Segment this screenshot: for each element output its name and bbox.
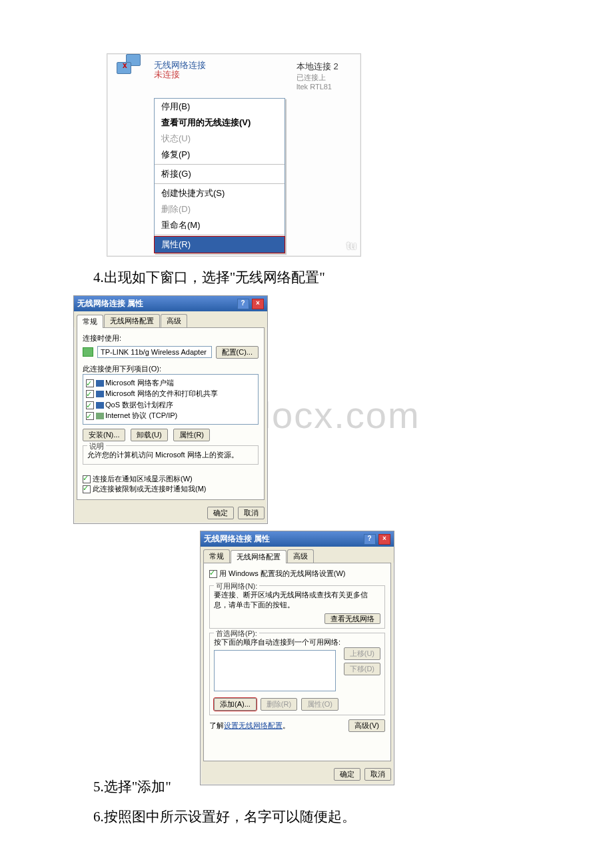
move-down-button: 下移(D) — [344, 663, 380, 675]
available-label: 可用网络(N): — [214, 581, 259, 591]
titlebar-buttons: ? × — [237, 298, 264, 309]
item-client[interactable]: Microsoft 网络客户端 — [86, 377, 255, 389]
item-qos[interactable]: QoS 数据包计划程序 — [86, 399, 255, 411]
titlebar-buttons: ? × — [363, 533, 390, 545]
adapter-name: TP-LINK 11b/g Wireless Adapter — [97, 346, 212, 358]
ok-button[interactable]: 确定 — [207, 507, 234, 519]
screenshot-context-menu: x 无线网络连接 未连接 本地连接 2 已连接上 ltek RTL81 停用(B… — [107, 53, 361, 257]
tab-general[interactable]: 常规 — [77, 315, 103, 328]
tab-wireless[interactable]: 无线网络配置 — [104, 314, 160, 327]
tab-strip: 常规 无线网络配置 高级 — [74, 311, 267, 327]
preferred-listbox[interactable] — [214, 650, 336, 691]
menu-shortcut[interactable]: 创建快捷方式(S) — [155, 185, 285, 201]
advanced-button[interactable]: 高级(V) — [348, 719, 385, 732]
description-group: 说明 允许您的计算机访问 Microsoft 网络上的资源。 — [83, 445, 259, 465]
tab-strip: 常规 无线网络配置 高级 — [201, 547, 394, 563]
adapter-icon — [83, 347, 93, 357]
window-title: 无线网络连接 属性 — [204, 533, 270, 545]
menu-separator — [155, 183, 285, 184]
document-page: x 无线网络连接 未连接 本地连接 2 已连接上 ltek RTL81 停用(B… — [0, 0, 613, 868]
available-desc: 要连接、断开区域内无线网络或查找有关更多信息，请单击下面的按钮。 — [214, 590, 380, 610]
move-up-button: 上移(U) — [344, 647, 380, 660]
preferred-label: 首选网络(P): — [214, 629, 259, 639]
network-icon: x — [107, 54, 157, 77]
notify-limited-checkbox[interactable]: 此连接被限制或无连接时通知我(M) — [83, 484, 259, 494]
help-button[interactable]: ? — [364, 534, 376, 545]
menu-separator — [155, 235, 285, 235]
tab-advanced[interactable]: 高级 — [161, 314, 187, 327]
cancel-button[interactable]: 取消 — [238, 507, 265, 519]
titlebar: 无线网络连接 属性 ? × — [74, 296, 267, 311]
dialog-buttons: 确定 取消 — [74, 503, 267, 523]
uninstall-button[interactable]: 卸载(U) — [131, 429, 167, 441]
close-button[interactable]: × — [378, 534, 390, 545]
menu-delete: 删除(D) — [155, 201, 285, 217]
right-conn-status: 已连接上 — [297, 73, 356, 83]
view-networks-button[interactable]: 查看无线网络 — [324, 613, 380, 624]
window-title: 无线网络连接 属性 — [77, 298, 143, 309]
menu-separator — [155, 164, 285, 165]
notify-icon-checkbox[interactable]: 连接后在通知区域显示图标(W) — [83, 474, 259, 484]
step-4-text: 4.出现如下窗口，选择"无线网络配置" — [93, 267, 546, 289]
screenshot-properties-wireless: 无线网络连接 属性 ? × 常规 无线网络配置 高级 用 Windows 配置我… — [200, 531, 394, 785]
right-conn-adapter: ltek RTL81 — [297, 83, 356, 91]
item-properties-button[interactable]: 属性(R) — [173, 429, 210, 441]
menu-view-available[interactable]: 查看可用的无线连接(V) — [155, 115, 285, 131]
close-button[interactable]: × — [252, 299, 264, 309]
screenshot-properties-general: 无线网络连接 属性 ? × 常规 无线网络配置 高级 连接时使用: TP-LIN… — [73, 295, 268, 524]
titlebar: 无线网络连接 属性 ? × — [201, 531, 394, 547]
preferred-desc: 按下面的顺序自动连接到一个可用网络: — [214, 637, 380, 647]
connection-name: 无线网络连接 — [154, 61, 206, 70]
tab-advanced[interactable]: 高级 — [287, 549, 314, 563]
context-menu: 停用(B) 查看可用的无线连接(V) 状态(U) 修复(P) 桥接(G) 创建快… — [154, 98, 285, 253]
remove-button: 删除(R) — [261, 698, 297, 711]
ok-button[interactable]: 确定 — [334, 768, 360, 781]
menu-rename[interactable]: 重命名(M) — [155, 217, 285, 233]
uses-items-label: 此连接使用下列项目(O): — [83, 364, 259, 374]
watermark-tu: tu — [346, 240, 356, 252]
dialog-body: 连接时使用: TP-LINK 11b/g Wireless Adapter 配置… — [77, 327, 265, 500]
use-windows-checkbox[interactable]: 用 Windows 配置我的无线网络设置(W) — [209, 569, 385, 579]
cancel-button[interactable]: 取消 — [364, 768, 391, 781]
connect-using-label: 连接时使用: — [83, 333, 259, 343]
menu-disable[interactable]: 停用(B) — [155, 99, 285, 115]
item-tcpip[interactable]: Internet 协议 (TCP/IP) — [86, 410, 255, 421]
connection-labels: 无线网络连接 未连接 — [154, 61, 206, 80]
learn-link-line: 了解设置无线网络配置。 — [209, 721, 290, 731]
configure-button[interactable]: 配置(C)... — [216, 346, 259, 359]
install-button[interactable]: 安装(N)... — [83, 429, 125, 441]
menu-repair[interactable]: 修复(P) — [155, 147, 285, 163]
tab-general[interactable]: 常规 — [203, 549, 230, 563]
menu-bridge[interactable]: 桥接(G) — [155, 166, 285, 182]
properties-button: 属性(O) — [301, 698, 338, 711]
dialog-body: 用 Windows 配置我的无线网络设置(W) 可用网络(N): 要连接、断开区… — [203, 563, 391, 761]
menu-status: 状态(U) — [155, 131, 285, 147]
connection-status: 未连接 — [154, 70, 206, 79]
description-label: 说明 — [87, 441, 106, 451]
add-button[interactable]: 添加(A)... — [214, 698, 257, 711]
item-fileshare[interactable]: Microsoft 网络的文件和打印机共享 — [86, 388, 255, 399]
dialog-buttons: 确定 取消 — [201, 764, 394, 785]
help-button[interactable]: ? — [237, 299, 249, 309]
right-connection-info: 本地连接 2 已连接上 ltek RTL81 — [297, 61, 356, 91]
step-6-text: 6.按照图中所示设置好，名字可以随便起。 — [93, 807, 546, 828]
tab-wireless[interactable]: 无线网络配置 — [231, 550, 287, 563]
available-networks-group: 可用网络(N): 要连接、断开区域内无线网络或查找有关更多信息，请单击下面的按钮… — [209, 585, 385, 629]
description-text: 允许您的计算机访问 Microsoft 网络上的资源。 — [87, 450, 254, 460]
items-listbox[interactable]: Microsoft 网络客户端 Microsoft 网络的文件和打印机共享 Qo… — [83, 374, 259, 425]
learn-link[interactable]: 设置无线网络配置 — [224, 721, 283, 729]
preferred-networks-group: 首选网络(P): 按下面的顺序自动连接到一个可用网络: 上移(U) 下移(D) … — [209, 633, 385, 715]
right-conn-title: 本地连接 2 — [297, 61, 356, 73]
menu-properties[interactable]: 属性(R) — [155, 237, 285, 253]
